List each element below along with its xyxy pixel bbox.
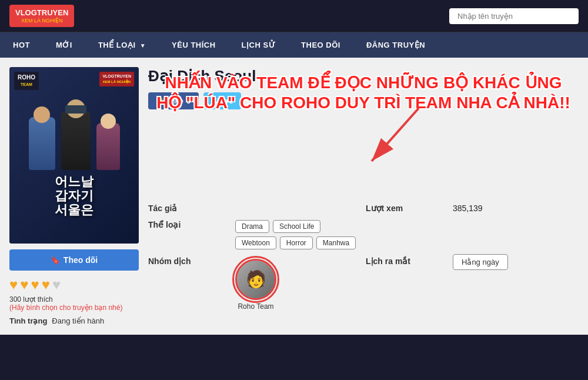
logo-area: VLOGTRUYEN XEM LÀ NGHIỆN bbox=[9, 5, 74, 27]
right-panel: Đại Dịch Seoul 👍 Like 0 Share NHẤN VÀO T… bbox=[148, 67, 579, 325]
team-avatar: 🧑 bbox=[235, 259, 276, 300]
badge-text-main: ROHO bbox=[18, 74, 35, 81]
luot-xem-value: 385,139 bbox=[453, 204, 579, 213]
nhom-dich-label: Nhóm dịch bbox=[148, 256, 230, 311]
tac-gia-value bbox=[235, 204, 361, 213]
thumbs-up-icon: 👍 bbox=[156, 97, 165, 105]
the-loai-label: Thể loại bbox=[148, 220, 230, 249]
vote-prompt[interactable]: (Hãy bình chọn cho truyện bạn nhé) bbox=[9, 304, 122, 312]
bookmark-icon: 🔖 bbox=[51, 256, 60, 265]
main-content: ROHO TEAM VLOGTRUYENXEM LÀ NGHIỆN bbox=[0, 58, 588, 335]
nav-item-the-loai[interactable]: THỂ LOẠI ▼ bbox=[85, 32, 159, 58]
cover-badge: ROHO TEAM bbox=[14, 72, 39, 90]
follow-button-label: Theo dõi bbox=[64, 255, 98, 265]
header: VLOGTRUYEN XEM LÀ NGHIỆN bbox=[0, 0, 588, 32]
nhom-dich-area: 🧑 Roho Team bbox=[235, 259, 361, 311]
manga-title: Đại Dịch Seoul bbox=[148, 67, 579, 85]
lich-ra-mat-label: Lịch ra mắt bbox=[366, 256, 448, 311]
chevron-down-icon: ▼ bbox=[140, 42, 146, 49]
like-count: 300 lượt thích bbox=[9, 295, 53, 304]
left-panel: ROHO TEAM VLOGTRUYENXEM LÀ NGHIỆN bbox=[9, 67, 139, 325]
nav-bar: HOT MỚI THỂ LOẠI ▼ YÊU THÍCH LỊCH SỬ THE… bbox=[0, 32, 588, 58]
heart-2[interactable]: ♥ bbox=[20, 276, 28, 293]
team-name: Roho Team bbox=[238, 302, 273, 311]
heart-1[interactable]: ♥ bbox=[9, 276, 18, 293]
tag-manhwa[interactable]: Manhwa bbox=[316, 236, 356, 249]
tac-gia-label: Tác giả bbox=[148, 204, 230, 213]
status-row: Tình trạng Đang tiến hành bbox=[9, 316, 104, 325]
search-input[interactable] bbox=[449, 8, 579, 24]
nav-item-theo-doi[interactable]: THEO DÕI bbox=[288, 32, 353, 58]
tag-drama[interactable]: Drama bbox=[235, 220, 269, 233]
heart-3[interactable]: ♥ bbox=[31, 276, 39, 293]
hearts-rating: ♥ ♥ ♥ ♥ ♥ bbox=[9, 276, 61, 293]
nav-item-hot[interactable]: HOT bbox=[0, 32, 43, 58]
hang-ngay-button[interactable]: Hằng ngày bbox=[453, 254, 508, 270]
nav-item-dang-truyen[interactable]: ĐĂNG TRUYỆN bbox=[353, 32, 438, 58]
lich-ra-mat-value: Hằng ngày bbox=[453, 256, 579, 311]
tag-webtoon[interactable]: Webtoon bbox=[235, 236, 276, 249]
info-grid: Tác giả Lượt xem 385,139 Thể loại Drama … bbox=[148, 204, 579, 311]
tag-horror[interactable]: Horror bbox=[280, 236, 313, 249]
team-avatar-wrapper[interactable]: 🧑 Roho Team bbox=[235, 259, 276, 311]
site-logo[interactable]: VLOGTRUYEN XEM LÀ NGHIỆN bbox=[9, 5, 74, 27]
nav-item-moi[interactable]: MỚI bbox=[43, 32, 85, 58]
search-box bbox=[449, 8, 579, 24]
svg-line-1 bbox=[372, 108, 419, 161]
tinh-trang-value: Đang tiến hành bbox=[52, 316, 104, 325]
tags-list: Drama School Life Webtoon Horror Manhwa bbox=[235, 220, 361, 249]
luot-xem-label: Lượt xem bbox=[366, 204, 448, 213]
heart-4[interactable]: ♥ bbox=[42, 276, 50, 293]
badge-text-sub: TEAM bbox=[21, 82, 32, 86]
logo-text-main: VLOGTRUYEN bbox=[15, 8, 68, 17]
tag-school-life[interactable]: School Life bbox=[273, 220, 320, 233]
cover-logo-small: VLOGTRUYENXEM LÀ NGHIỆN bbox=[99, 72, 134, 86]
logo-text-sub: XEM LÀ NGHIỆN bbox=[15, 18, 68, 24]
avatar-face-icon: 🧑 bbox=[246, 271, 266, 288]
arrow-pointer bbox=[360, 102, 430, 173]
nav-item-yeu-thich[interactable]: YÊU THÍCH bbox=[159, 32, 229, 58]
follow-button[interactable]: 🔖 Theo dõi bbox=[9, 249, 139, 271]
action-buttons: 👍 Like 0 Share bbox=[148, 92, 579, 109]
heart-5[interactable]: ♥ bbox=[52, 276, 61, 293]
like-count-badge: 0 bbox=[186, 96, 191, 105]
like-button-label: Like bbox=[168, 96, 183, 105]
cover-title-jp: 어느날갑자기서울은 bbox=[55, 175, 93, 218]
team-avatar-inner: 🧑 bbox=[237, 261, 275, 299]
like-button[interactable]: 👍 Like 0 bbox=[148, 92, 199, 109]
nav-item-lich-su[interactable]: LỊCH SỬ bbox=[229, 32, 289, 58]
share-button[interactable]: Share bbox=[203, 92, 241, 109]
tinh-trang-label: Tình trạng bbox=[9, 316, 47, 325]
nav-label-the-loai: THỂ LOẠI bbox=[98, 41, 136, 49]
manga-cover: ROHO TEAM VLOGTRUYENXEM LÀ NGHIỆN bbox=[9, 67, 139, 244]
